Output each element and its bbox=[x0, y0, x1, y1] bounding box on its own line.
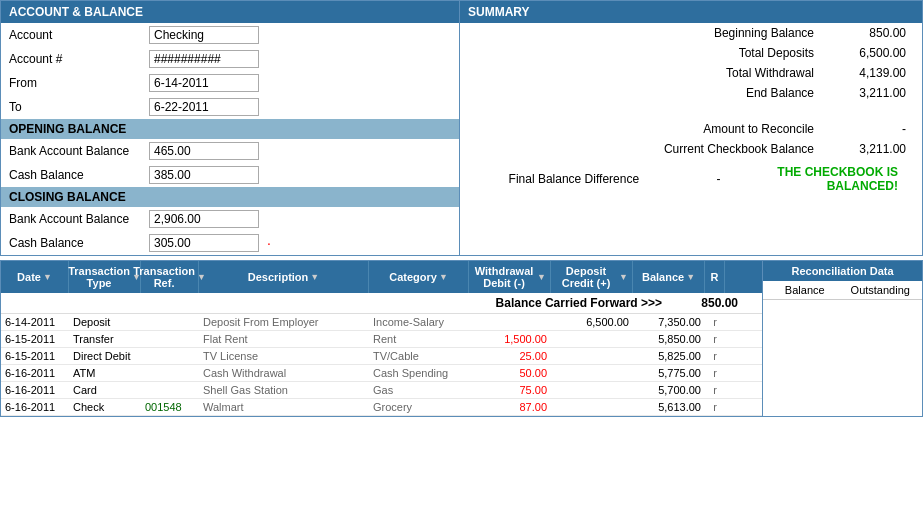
recon-col-balance: Balance bbox=[767, 284, 843, 296]
row1-r: r bbox=[705, 314, 725, 330]
closing-balance-header: CLOSING BALANCE bbox=[1, 187, 459, 207]
row6-r: r bbox=[705, 399, 725, 415]
row1-desc: Deposit From Employer bbox=[199, 314, 369, 330]
opening-bank-label: Bank Account Balance bbox=[9, 144, 149, 158]
deposit-dropdown-arrow[interactable]: ▼ bbox=[619, 272, 628, 282]
dot-indicator: · bbox=[267, 235, 271, 251]
current-checkbook-row: Current Checkbook Balance 3,211.00 bbox=[460, 139, 922, 159]
row6-desc: Walmart bbox=[199, 399, 369, 415]
account-input[interactable] bbox=[149, 26, 259, 44]
row3-balance: 5,825.00 bbox=[633, 348, 705, 364]
row2-txn-ref bbox=[141, 337, 199, 341]
row3-date: 6-15-2011 bbox=[1, 348, 69, 364]
amount-reconcile-label: Amount to Reconcile bbox=[626, 122, 826, 136]
amount-reconcile-row: Amount to Reconcile - bbox=[460, 119, 922, 139]
account-num-input[interactable] bbox=[149, 50, 259, 68]
col-header-deposit: Deposit Credit (+) ▼ bbox=[551, 261, 633, 293]
opening-cash-input[interactable] bbox=[149, 166, 259, 184]
cat-dropdown-arrow[interactable]: ▼ bbox=[439, 272, 448, 282]
row2-withdrawal: 1,500.00 bbox=[469, 331, 551, 347]
col-header-txn-ref: Transaction Ref. ▼ bbox=[141, 261, 199, 293]
table-row: 6-16-2011 ATM Cash Withdrawal Cash Spend… bbox=[1, 365, 762, 382]
opening-bank-input[interactable] bbox=[149, 142, 259, 160]
table-row: 6-15-2011 Transfer Flat Rent Rent 1,500.… bbox=[1, 331, 762, 348]
end-balance-row: End Balance 3,211.00 bbox=[460, 83, 922, 103]
table-row: 6-15-2011 Direct Debit TV License TV/Cab… bbox=[1, 348, 762, 365]
final-balance-diff-row: Final Balance Difference - THE CHECKBOOK… bbox=[460, 159, 922, 199]
to-input[interactable] bbox=[149, 98, 259, 116]
transactions-table: Date ▼ Transaction Type ▼ Transaction Re… bbox=[1, 261, 762, 416]
row3-deposit bbox=[551, 354, 633, 358]
row3-txn-type: Direct Debit bbox=[69, 348, 141, 364]
opening-bank-row: Bank Account Balance bbox=[1, 139, 459, 163]
row4-balance: 5,775.00 bbox=[633, 365, 705, 381]
closing-cash-row: Cash Balance · bbox=[1, 231, 459, 255]
closing-bank-input[interactable] bbox=[149, 210, 259, 228]
row1-withdrawal bbox=[469, 320, 551, 324]
row5-desc: Shell Gas Station bbox=[199, 382, 369, 398]
opening-balance-header: OPENING BALANCE bbox=[1, 119, 459, 139]
row5-withdrawal: 75.00 bbox=[469, 382, 551, 398]
account-num-label: Account # bbox=[9, 52, 149, 66]
row4-r: r bbox=[705, 365, 725, 381]
summary-panel: SUMMARY Beginning Balance 850.00 Total D… bbox=[460, 0, 923, 256]
final-balance-diff-value: - bbox=[651, 172, 720, 186]
row2-cat: Rent bbox=[369, 331, 469, 347]
row2-desc: Flat Rent bbox=[199, 331, 369, 347]
from-row: From bbox=[1, 71, 459, 95]
row1-balance: 7,350.00 bbox=[633, 314, 705, 330]
reconciliation-header: Reconciliation Data bbox=[763, 261, 922, 281]
row2-deposit bbox=[551, 337, 633, 341]
row4-deposit bbox=[551, 371, 633, 375]
col-header-cat: Category ▼ bbox=[369, 261, 469, 293]
end-balance-value: 3,211.00 bbox=[826, 86, 906, 100]
total-deposits-label: Total Deposits bbox=[626, 46, 826, 60]
withdrawal-dropdown-arrow[interactable]: ▼ bbox=[537, 272, 546, 282]
col-header-date: Date ▼ bbox=[1, 261, 69, 293]
desc-dropdown-arrow[interactable]: ▼ bbox=[310, 272, 319, 282]
row6-deposit bbox=[551, 405, 633, 409]
col-header-withdrawal: Withdrawal Debit (-) ▼ bbox=[469, 261, 551, 293]
row1-txn-ref bbox=[141, 320, 199, 324]
end-balance-label: End Balance bbox=[626, 86, 826, 100]
total-withdrawal-label: Total Withdrawal bbox=[626, 66, 826, 80]
transactions-section: Date ▼ Transaction Type ▼ Transaction Re… bbox=[0, 260, 923, 417]
row1-txn-type: Deposit bbox=[69, 314, 141, 330]
beginning-balance-row: Beginning Balance 850.00 bbox=[460, 23, 922, 43]
beginning-balance-value: 850.00 bbox=[826, 26, 906, 40]
row2-date: 6-15-2011 bbox=[1, 331, 69, 347]
account-num-row: Account # bbox=[1, 47, 459, 71]
reconciliation-panel: Reconciliation Data Balance Outstanding bbox=[762, 261, 922, 416]
to-row: To bbox=[1, 95, 459, 119]
row2-r: r bbox=[705, 331, 725, 347]
row3-withdrawal: 25.00 bbox=[469, 348, 551, 364]
row6-withdrawal: 87.00 bbox=[469, 399, 551, 415]
row6-txn-type: Check bbox=[69, 399, 141, 415]
date-dropdown-arrow[interactable]: ▼ bbox=[43, 272, 52, 282]
final-balance-diff-label: Final Balance Difference bbox=[476, 172, 651, 186]
row5-cat: Gas bbox=[369, 382, 469, 398]
row4-cat: Cash Spending bbox=[369, 365, 469, 381]
row2-balance: 5,850.00 bbox=[633, 331, 705, 347]
row3-txn-ref bbox=[141, 354, 199, 358]
col-header-txn-type: Transaction Type ▼ bbox=[69, 261, 141, 293]
account-balance-panel: ACCOUNT & BALANCE Account Account # From… bbox=[0, 0, 460, 256]
col-header-desc: Description ▼ bbox=[199, 261, 369, 293]
total-deposits-value: 6,500.00 bbox=[826, 46, 906, 60]
from-input[interactable] bbox=[149, 74, 259, 92]
row6-balance: 5,613.00 bbox=[633, 399, 705, 415]
col-header-balance: Balance ▼ bbox=[633, 261, 705, 293]
row4-withdrawal: 50.00 bbox=[469, 365, 551, 381]
table-header-row: Date ▼ Transaction Type ▼ Transaction Re… bbox=[1, 261, 762, 293]
row4-desc: Cash Withdrawal bbox=[199, 365, 369, 381]
row3-desc: TV License bbox=[199, 348, 369, 364]
closing-cash-input[interactable] bbox=[149, 234, 259, 252]
account-label: Account bbox=[9, 28, 149, 42]
current-checkbook-label: Current Checkbook Balance bbox=[626, 142, 826, 156]
row2-txn-type: Transfer bbox=[69, 331, 141, 347]
balance-forward-row: Balance Carried Forward >>> 850.00 bbox=[1, 293, 762, 314]
row1-deposit: 6,500.00 bbox=[551, 314, 633, 330]
table-row: 6-14-2011 Deposit Deposit From Employer … bbox=[1, 314, 762, 331]
balance-dropdown-arrow[interactable]: ▼ bbox=[686, 272, 695, 282]
opening-cash-row: Cash Balance bbox=[1, 163, 459, 187]
